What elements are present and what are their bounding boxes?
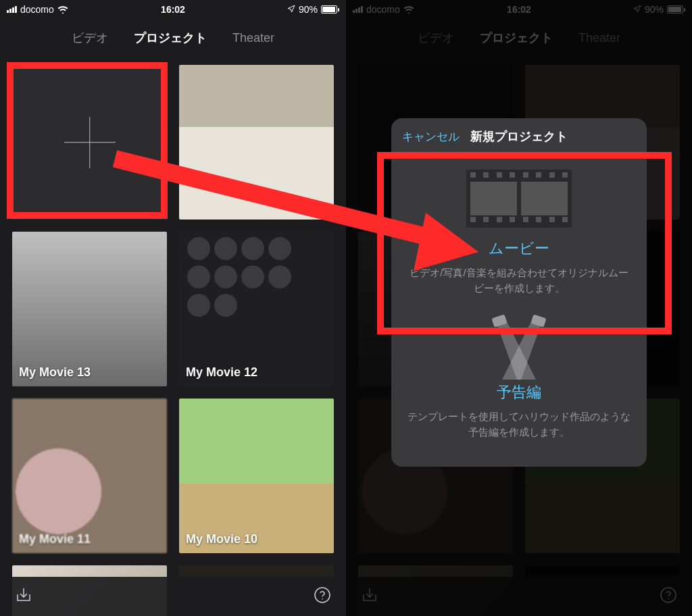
project-tile[interactable]: My Movie 12 bbox=[179, 232, 334, 386]
project-title: My Movie 12 bbox=[186, 365, 257, 380]
wifi-icon bbox=[403, 5, 414, 14]
clock: 16:02 bbox=[161, 4, 185, 15]
option-trailer[interactable]: 予告編 テンプレートを使用してハリウッド作品のような予告編を作成します。 bbox=[391, 304, 647, 448]
battery-icon bbox=[321, 5, 339, 14]
svg-point-0 bbox=[315, 588, 330, 602]
project-tile[interactable]: My Movie 13 bbox=[12, 232, 167, 386]
option-movie-desc: ビデオ/写真/音楽を組み合わせてオリジナルムービーを作成します。 bbox=[405, 265, 633, 296]
option-trailer-title: 予告編 bbox=[405, 382, 633, 403]
status-bar: docomo 16:02 90% bbox=[346, 0, 692, 19]
project-tile[interactable] bbox=[179, 65, 334, 220]
bottom-toolbar bbox=[0, 577, 346, 616]
svg-point-1 bbox=[322, 598, 323, 600]
tab-projects: プロジェクト bbox=[480, 30, 553, 46]
filmstrip-icon bbox=[405, 170, 633, 228]
battery-pct: 90% bbox=[299, 4, 318, 15]
tab-theater[interactable]: Theater bbox=[232, 31, 274, 45]
import-icon[interactable] bbox=[15, 586, 32, 607]
tab-video[interactable]: ビデオ bbox=[72, 30, 108, 46]
option-trailer-desc: テンプレートを使用してハリウッド作品のような予告編を作成します。 bbox=[405, 409, 633, 440]
right-phone-screen: docomo 16:02 90% ビデオ プロジェクト Theater bbox=[346, 0, 692, 616]
svg-point-2 bbox=[661, 588, 676, 602]
help-icon[interactable] bbox=[314, 586, 331, 607]
svg-point-3 bbox=[668, 598, 669, 600]
wifi-icon bbox=[57, 5, 68, 14]
sheet-title: 新規プロジェクト bbox=[470, 128, 568, 145]
project-tile[interactable]: My Movie 11 bbox=[12, 399, 167, 553]
project-title: My Movie 11 bbox=[19, 532, 91, 546]
option-movie[interactable]: ムービー ビデオ/写真/音楽を組み合わせてオリジナルムービーを作成します。 bbox=[391, 155, 647, 304]
new-project-sheet: キャンセル 新規プロジェクト ムービー ビデオ/写真/音楽を組み合わせてオリジナ… bbox=[391, 118, 647, 467]
plus-icon bbox=[64, 117, 116, 168]
tab-video: ビデオ bbox=[418, 30, 454, 46]
location-icon bbox=[633, 4, 641, 15]
location-icon bbox=[287, 4, 295, 15]
top-tabs: ビデオ プロジェクト Theater bbox=[0, 19, 346, 57]
carrier-label: docomo bbox=[20, 4, 54, 15]
project-title: My Movie 13 bbox=[19, 365, 91, 380]
help-icon[interactable] bbox=[660, 586, 677, 607]
tab-projects[interactable]: プロジェクト bbox=[134, 30, 207, 46]
tab-theater: Theater bbox=[578, 31, 620, 45]
left-phone-screen: docomo 16:02 90% ビデオ プロジェクト Theater My M… bbox=[0, 0, 346, 616]
project-grid: My Movie 13 My Movie 12 My Movie 11 My M… bbox=[0, 57, 346, 616]
cancel-button[interactable]: キャンセル bbox=[402, 129, 460, 145]
clock: 16:02 bbox=[507, 4, 531, 15]
battery-icon bbox=[667, 5, 685, 14]
option-movie-title: ムービー bbox=[405, 238, 633, 259]
top-tabs: ビデオ プロジェクト Theater bbox=[346, 19, 692, 57]
project-title: My Movie 10 bbox=[186, 532, 257, 546]
signal-icon bbox=[353, 6, 363, 13]
project-tile[interactable]: My Movie 10 bbox=[179, 399, 334, 553]
carrier-label: docomo bbox=[366, 4, 400, 15]
spotlights-icon bbox=[482, 315, 556, 382]
signal-icon bbox=[7, 6, 17, 13]
new-project-tile[interactable] bbox=[12, 65, 167, 220]
bottom-toolbar bbox=[346, 577, 692, 616]
status-bar: docomo 16:02 90% bbox=[0, 0, 346, 19]
battery-pct: 90% bbox=[645, 4, 664, 15]
import-icon[interactable] bbox=[361, 586, 378, 607]
